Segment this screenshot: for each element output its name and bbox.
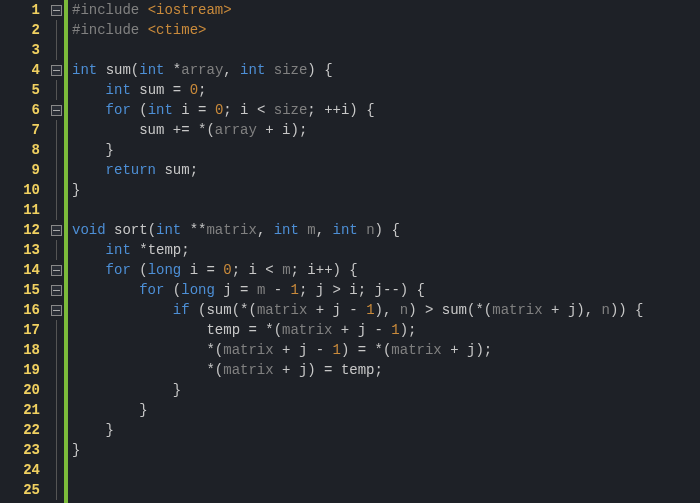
- fold-guide-line: [56, 20, 57, 40]
- line-number[interactable]: 3: [0, 40, 40, 60]
- token-op: [72, 262, 106, 278]
- collapse-icon[interactable]: [51, 265, 62, 276]
- code-line[interactable]: [72, 40, 700, 60]
- token-var: size: [274, 62, 308, 78]
- token-id: j: [358, 322, 366, 338]
- fold-guide: [48, 480, 64, 500]
- fold-toggle[interactable]: [48, 0, 64, 20]
- line-number[interactable]: 15: [0, 280, 40, 300]
- fold-guide: [48, 360, 64, 380]
- line-number[interactable]: 4: [0, 60, 40, 80]
- fold-guide: [48, 40, 64, 60]
- line-number[interactable]: 16: [0, 300, 40, 320]
- token-op: [72, 162, 106, 178]
- fold-toggle[interactable]: [48, 260, 64, 280]
- line-number[interactable]: 12: [0, 220, 40, 240]
- code-line[interactable]: void sort(int **matrix, int m, int n) {: [72, 220, 700, 240]
- fold-toggle[interactable]: [48, 220, 64, 240]
- line-number[interactable]: 13: [0, 240, 40, 260]
- token-op: [72, 302, 173, 318]
- code-line[interactable]: [72, 480, 700, 500]
- token-op: [72, 122, 139, 138]
- collapse-icon[interactable]: [51, 105, 62, 116]
- code-area[interactable]: #include <iostream>#include <ctime> int …: [68, 0, 700, 503]
- token-op: }: [72, 422, 114, 438]
- fold-toggle[interactable]: [48, 100, 64, 120]
- token-pre: #include: [72, 22, 148, 38]
- code-line[interactable]: *(matrix + j) = temp;: [72, 360, 700, 380]
- code-line[interactable]: int sum = 0;: [72, 80, 700, 100]
- line-number[interactable]: 25: [0, 480, 40, 500]
- line-number[interactable]: 11: [0, 200, 40, 220]
- line-number[interactable]: 6: [0, 100, 40, 120]
- fold-guide-line: [56, 240, 57, 260]
- code-line[interactable]: [72, 460, 700, 480]
- code-line[interactable]: }: [72, 400, 700, 420]
- code-line[interactable]: }: [72, 440, 700, 460]
- collapse-icon[interactable]: [51, 305, 62, 316]
- collapse-icon[interactable]: [51, 5, 62, 16]
- token-id: temp: [148, 242, 182, 258]
- code-line[interactable]: temp = *(matrix + j - 1);: [72, 320, 700, 340]
- line-number[interactable]: 24: [0, 460, 40, 480]
- line-number[interactable]: 1: [0, 0, 40, 20]
- fold-toggle[interactable]: [48, 300, 64, 320]
- code-line[interactable]: #include <ctime>: [72, 20, 700, 40]
- token-op: (: [131, 262, 148, 278]
- code-line[interactable]: #include <iostream>: [72, 0, 700, 20]
- fold-guide: [48, 440, 64, 460]
- token-op: ;: [181, 242, 189, 258]
- code-line[interactable]: int *temp;: [72, 240, 700, 260]
- code-line[interactable]: }: [72, 180, 700, 200]
- token-op: [72, 282, 139, 298]
- token-id: i: [349, 282, 357, 298]
- code-line[interactable]: }: [72, 380, 700, 400]
- fold-guide-line: [56, 80, 57, 100]
- fold-toggle[interactable]: [48, 280, 64, 300]
- token-op: }: [72, 142, 114, 158]
- token-op: );: [400, 322, 417, 338]
- line-number[interactable]: 7: [0, 120, 40, 140]
- line-number[interactable]: 20: [0, 380, 40, 400]
- fold-guide: [48, 160, 64, 180]
- line-number[interactable]: 2: [0, 20, 40, 40]
- code-line[interactable]: for (long j = m - 1; j > i; j--) {: [72, 280, 700, 300]
- collapse-icon[interactable]: [51, 65, 62, 76]
- code-line[interactable]: if (sum(*(matrix + j - 1), n) > sum(*(ma…: [72, 300, 700, 320]
- token-op: ;: [232, 262, 249, 278]
- collapse-icon[interactable]: [51, 285, 62, 296]
- code-line[interactable]: }: [72, 140, 700, 160]
- code-line[interactable]: [72, 200, 700, 220]
- collapse-icon[interactable]: [51, 225, 62, 236]
- line-number[interactable]: 5: [0, 80, 40, 100]
- code-line[interactable]: int sum(int *array, int size) {: [72, 60, 700, 80]
- fold-guide-line: [56, 180, 57, 200]
- line-number[interactable]: 23: [0, 440, 40, 460]
- token-id: temp: [206, 322, 240, 338]
- line-number[interactable]: 21: [0, 400, 40, 420]
- line-number[interactable]: 14: [0, 260, 40, 280]
- code-line[interactable]: return sum;: [72, 160, 700, 180]
- code-line[interactable]: sum += *(array + i);: [72, 120, 700, 140]
- line-number[interactable]: 9: [0, 160, 40, 180]
- code-line[interactable]: }: [72, 420, 700, 440]
- token-str: <ctime>: [148, 22, 207, 38]
- line-number[interactable]: 10: [0, 180, 40, 200]
- line-number[interactable]: 19: [0, 360, 40, 380]
- line-number[interactable]: 22: [0, 420, 40, 440]
- code-line[interactable]: for (long i = 0; i < m; i++) {: [72, 260, 700, 280]
- token-num: 1: [291, 282, 299, 298]
- line-number[interactable]: 17: [0, 320, 40, 340]
- token-op: -: [307, 342, 332, 358]
- line-number[interactable]: 8: [0, 140, 40, 160]
- code-line[interactable]: for (int i = 0; i < size; ++i) {: [72, 100, 700, 120]
- line-number-gutter[interactable]: 1234567891011121314151617181920212223242…: [0, 0, 48, 503]
- line-number[interactable]: 18: [0, 340, 40, 360]
- fold-guide: [48, 340, 64, 360]
- fold-toggle[interactable]: [48, 60, 64, 80]
- token-op: [106, 222, 114, 238]
- fold-column[interactable]: [48, 0, 64, 503]
- token-op: =: [232, 282, 257, 298]
- code-line[interactable]: *(matrix + j - 1) = *(matrix + j);: [72, 340, 700, 360]
- token-op: +: [332, 322, 357, 338]
